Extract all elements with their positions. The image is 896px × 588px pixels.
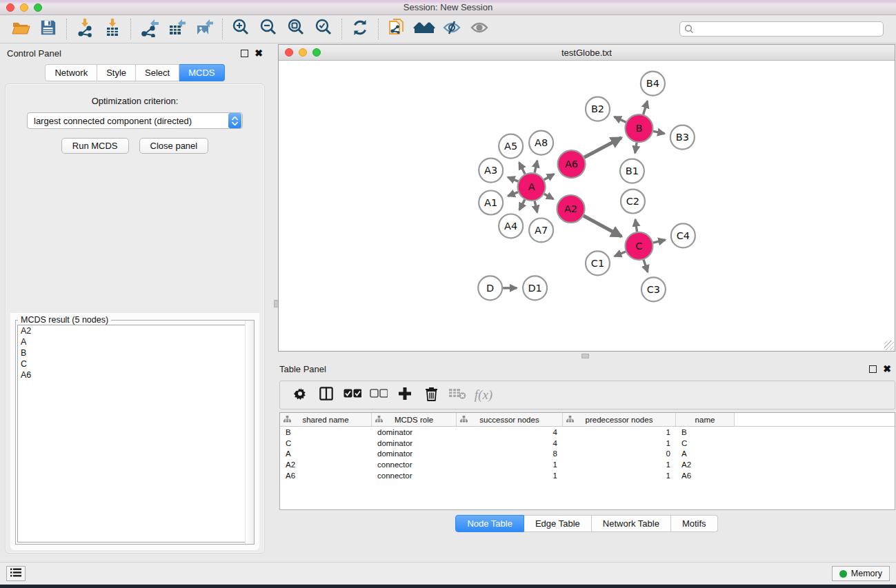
graph-edge[interactable] [584, 138, 621, 158]
zoom-out-button[interactable] [255, 17, 282, 41]
table-row[interactable]: Cdominator41C [280, 438, 895, 449]
graph-node-D1[interactable]: D1 [523, 276, 547, 300]
network-from-file-button[interactable] [383, 17, 410, 41]
export-table-button[interactable] [163, 17, 190, 41]
zoom-in-button[interactable] [227, 17, 255, 41]
graph-edge[interactable] [635, 143, 637, 153]
tab-select[interactable]: Select [136, 64, 179, 81]
graph-node-B2[interactable]: B2 [586, 97, 610, 121]
graph-node-A[interactable]: A [518, 173, 546, 201]
select-all-button[interactable] [339, 383, 366, 407]
divider-handle[interactable] [581, 354, 589, 358]
column-header[interactable]: successor nodes [457, 413, 563, 426]
graph-node-A6[interactable]: A6 [558, 150, 586, 178]
graph-edge[interactable] [535, 161, 537, 173]
zoom-fit-button[interactable] [282, 17, 310, 41]
graph-edge[interactable] [535, 201, 537, 213]
graph-node-B3[interactable]: B3 [670, 125, 695, 150]
graph-node-C3[interactable]: C3 [641, 277, 666, 301]
tab-mcds[interactable]: MCDS [179, 64, 224, 81]
table-row[interactable]: A2connector11A2 [280, 459, 895, 470]
birdseye-view-button[interactable] [410, 17, 438, 41]
column-header[interactable]: name [676, 413, 735, 426]
mcds-result-item[interactable]: B [18, 347, 252, 358]
show-column-button[interactable] [313, 383, 339, 407]
graph-node-B4[interactable]: B4 [641, 72, 665, 96]
optimization-criterion-select[interactable]: largest connected component (directed) [27, 112, 243, 129]
graph-node-A7[interactable]: A7 [529, 218, 553, 242]
column-header[interactable]: predecessor nodes [563, 413, 676, 426]
mcds-result-item[interactable]: A [18, 336, 252, 347]
column-header[interactable]: MCDS role [372, 413, 457, 426]
graph-edge[interactable] [508, 177, 518, 181]
deselect-all-button[interactable] [366, 383, 392, 407]
tab-node-table[interactable]: Node Table [455, 515, 524, 532]
graph-edge[interactable] [519, 200, 525, 210]
function-builder-button[interactable]: f(x) [470, 383, 497, 407]
graph-edge[interactable] [644, 101, 648, 114]
delete-table-button[interactable] [444, 383, 470, 407]
float-panel-icon[interactable] [241, 50, 248, 57]
graph-node-B1[interactable]: B1 [620, 159, 644, 183]
import-table-button[interactable] [99, 17, 126, 41]
task-history-button[interactable] [6, 566, 26, 581]
tab-network-table[interactable]: Network Table [592, 515, 671, 532]
mcds-result-item[interactable]: C [18, 358, 252, 369]
save-session-button[interactable] [34, 17, 62, 41]
graph-edge[interactable] [519, 163, 525, 174]
show-graphics-details-button[interactable] [466, 17, 493, 41]
result-scrollbar[interactable] [245, 321, 254, 544]
graph-node-A3[interactable]: A3 [479, 159, 503, 183]
graph-edge[interactable] [544, 194, 553, 199]
mcds-result-item[interactable]: A6 [18, 369, 252, 381]
graph-node-A4[interactable]: A4 [499, 214, 523, 238]
tab-network[interactable]: Network [45, 64, 97, 81]
network-window-titlebar[interactable]: testGlobe.txt [279, 45, 895, 61]
graph-edge[interactable] [644, 260, 648, 272]
float-panel-icon[interactable] [869, 365, 877, 373]
graph-node-A1[interactable]: A1 [479, 191, 503, 215]
hide-graphics-details-button[interactable] [438, 17, 466, 41]
memory-button[interactable]: Memory [832, 566, 890, 581]
resize-grip[interactable] [884, 341, 894, 350]
tab-style[interactable]: Style [97, 64, 136, 81]
graph-node-A5[interactable]: A5 [499, 134, 523, 159]
graph-edge[interactable] [614, 116, 626, 122]
table-row[interactable]: Bdominator41B [280, 427, 895, 438]
graph-edge[interactable] [544, 174, 555, 179]
delete-row-button[interactable] [418, 383, 444, 407]
graph-edge[interactable] [653, 131, 664, 133]
table-settings-button[interactable] [287, 383, 313, 407]
graph-node-C[interactable]: C [625, 232, 653, 260]
graph-edge[interactable] [508, 192, 518, 196]
add-row-button[interactable] [392, 383, 418, 407]
graph-node-C2[interactable]: C2 [621, 190, 645, 214]
graph-edge[interactable] [615, 252, 626, 256]
close-panel-button[interactable]: Close panel [139, 138, 209, 154]
zoom-selected-button[interactable] [310, 17, 337, 41]
graph-node-B[interactable]: B [625, 114, 653, 142]
tab-edge-table[interactable]: Edge Table [524, 515, 592, 532]
refresh-layout-button[interactable] [346, 17, 374, 41]
network-canvas[interactable]: B4B2BB3A8A5A6A3B1AC2A1A2A4A7C4CC1C3DD1 [279, 61, 895, 351]
export-image-button[interactable] [190, 17, 218, 41]
graph-edge[interactable] [584, 216, 621, 236]
close-panel-icon[interactable]: ✖ [883, 365, 891, 373]
import-network-button[interactable] [71, 17, 99, 41]
export-network-button[interactable] [135, 17, 163, 41]
table-row[interactable]: Adominator80A [280, 449, 895, 460]
mcds-result-item[interactable]: A2 [18, 325, 252, 336]
graph-node-C1[interactable]: C1 [586, 251, 610, 275]
run-mcds-button[interactable]: Run MCDS [61, 138, 129, 154]
search-input[interactable] [679, 21, 884, 37]
mcds-result-list[interactable]: A2ABCA6 [17, 325, 252, 543]
close-panel-icon[interactable]: ✖ [255, 50, 263, 57]
graph-edge[interactable] [635, 219, 637, 232]
graph-node-A8[interactable]: A8 [529, 131, 553, 155]
graph-node-D[interactable]: D [478, 276, 502, 300]
open-folder-button[interactable] [7, 17, 34, 41]
tab-motifs[interactable]: Motifs [671, 515, 718, 532]
graph-node-A2[interactable]: A2 [557, 195, 585, 223]
table-row[interactable]: A6connector11A6 [280, 470, 895, 481]
column-header[interactable]: shared name [280, 413, 372, 426]
